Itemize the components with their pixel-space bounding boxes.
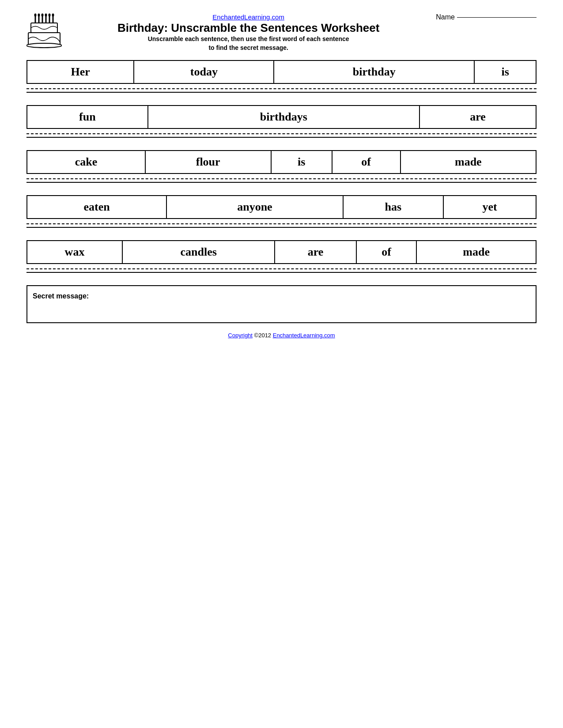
word-cell: is [474,60,536,83]
svg-point-9 [45,14,47,17]
answer-area-3 [26,178,537,183]
page-header: EnchantedLearning.com Birthday: Unscramb… [26,13,537,52]
copyright-text: Copyright ©2012 EnchantedLearning.com [228,332,335,339]
dotted-line [26,178,537,179]
sentence-block-3: cake flour is of made [26,150,537,183]
solid-line [26,227,537,228]
word-cell: fun [27,106,148,128]
name-field: Name [436,13,537,21]
sentence-block-1: Her today birthday is [26,60,537,93]
name-input-line[interactable] [457,17,537,18]
word-cell: wax [27,241,122,264]
word-cell: eaten [27,196,166,219]
svg-rect-12 [31,23,57,33]
footer-site-link[interactable]: EnchantedLearning.com [273,332,335,339]
word-cell: Her [27,60,134,83]
word-cell: of [332,151,401,174]
dotted-line [26,268,537,269]
word-table-5: wax candles are of made [26,240,537,264]
dotted-line [26,133,537,134]
solid-line [26,92,537,93]
solid-line [26,182,537,183]
word-cell: made [416,241,536,264]
word-cell: candles [122,241,275,264]
page-title: Birthday: Unscramble the Sentences Works… [70,21,427,35]
dotted-line [26,88,537,89]
svg-point-8 [42,14,44,17]
answer-area-2 [26,133,537,138]
svg-point-6 [34,14,37,17]
secret-message-box[interactable]: Secret message: [26,285,537,323]
svg-point-14 [26,43,62,48]
copyright-link[interactable]: Copyright [228,332,253,339]
word-cell: cake [27,151,145,174]
word-cell: is [271,151,332,174]
word-cell: are [275,241,356,264]
page-subtitle: Unscramble each sentence, then use the f… [70,35,427,52]
name-label: Name [436,13,455,21]
word-cell: yet [443,196,536,219]
solid-line [26,137,537,138]
word-cell: made [401,151,536,174]
answer-area-4 [26,223,537,228]
word-cell: birthday [274,60,474,83]
sentence-block-4: eaten anyone has yet [26,195,537,228]
word-cell: flour [145,151,271,174]
word-table-3: cake flour is of made [26,150,537,174]
solid-line [26,272,537,273]
word-table-4: eaten anyone has yet [26,195,537,219]
word-table-1: Her today birthday is [26,60,537,84]
dotted-line [26,223,537,224]
secret-message-label: Secret message: [33,292,89,300]
word-table-2: fun birthdays are [26,105,537,129]
sentence-block-2: fun birthdays are [26,105,537,138]
svg-point-10 [49,14,51,17]
word-cell: anyone [166,196,343,219]
svg-point-7 [38,14,40,17]
word-cell: are [419,106,536,128]
svg-point-11 [52,14,54,17]
page-footer: Copyright ©2012 EnchantedLearning.com [26,332,537,339]
word-cell: has [343,196,444,219]
header-text-block: EnchantedLearning.com Birthday: Unscramb… [70,13,427,52]
sentence-block-5: wax candles are of made [26,240,537,273]
answer-area-5 [26,268,537,273]
site-link[interactable]: EnchantedLearning.com [70,13,427,21]
answer-area-1 [26,88,537,93]
word-cell: today [134,60,274,83]
cake-icon [26,13,62,51]
word-cell: of [356,241,417,264]
word-cell: birthdays [148,106,419,128]
